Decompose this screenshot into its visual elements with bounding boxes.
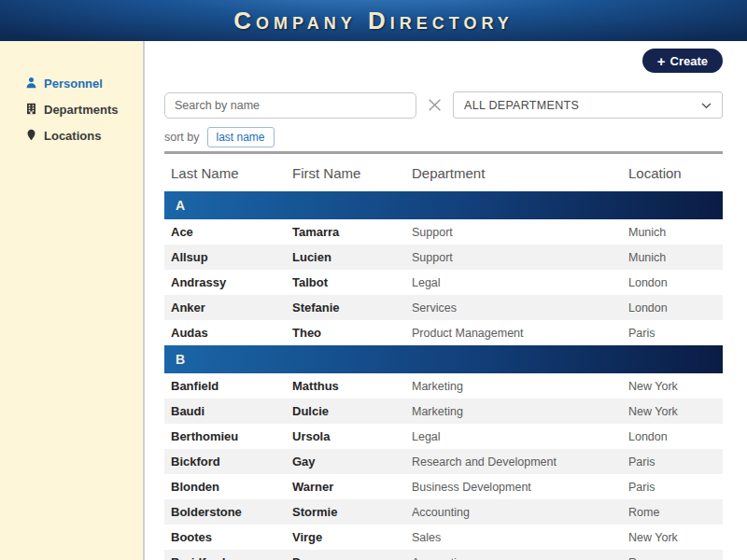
cell-first: Theo — [292, 326, 412, 340]
cell-location: London — [628, 276, 723, 289]
main-content: + Create ALL DEPARTMENTS — [145, 41, 747, 560]
page-title: Company Directory — [233, 7, 513, 35]
sort-by-label: sort by — [164, 131, 200, 144]
cell-department: Accounting — [412, 556, 628, 560]
cell-location: London — [628, 430, 723, 443]
cell-last: Berthomieu — [171, 429, 292, 443]
cell-first: Virge — [292, 530, 412, 544]
plus-icon: + — [657, 54, 666, 68]
cell-location: Munich — [628, 251, 723, 264]
cell-first: Gay — [292, 455, 412, 469]
cell-last: Allsup — [171, 250, 292, 264]
building-icon — [25, 103, 37, 117]
table-row[interactable]: BickfordGayResearch and DevelopmentParis — [164, 449, 723, 474]
cell-location: London — [628, 301, 723, 315]
cell-department: Services — [412, 301, 628, 315]
table-row[interactable]: AudasTheoProduct ManagementParis — [164, 320, 723, 345]
sidebar-item-label: Departments — [44, 104, 118, 116]
table-header-row: Last Name First Name Department Location — [164, 154, 723, 191]
sidebar-item-personnel[interactable]: Personnel — [25, 77, 143, 91]
table-row[interactable]: BootesVirgeSalesNew York — [164, 525, 723, 550]
column-header-first-name[interactable]: First Name — [292, 165, 412, 181]
table-row[interactable]: BerthomieuUrsolaLegalLondon — [164, 424, 723, 449]
column-header-last-name[interactable]: Last Name — [171, 165, 292, 181]
app-header: Company Directory — [0, 0, 747, 41]
chevron-down-icon — [701, 99, 712, 112]
table-row[interactable]: BaudiDulcieMarketingNew York — [164, 399, 723, 424]
cell-last: Andrassy — [171, 275, 292, 289]
clear-search-icon[interactable] — [427, 97, 443, 113]
cell-department: Product Management — [412, 327, 628, 340]
cell-first: Warner — [292, 480, 412, 494]
table-row[interactable]: AnkerStefanieServicesLondon — [164, 295, 723, 320]
cell-first: Stefanie — [292, 301, 412, 315]
cell-department: Business Development — [412, 481, 628, 494]
cell-last: Audas — [171, 326, 292, 340]
cell-first: Tamarra — [292, 225, 412, 239]
department-select[interactable]: ALL DEPARTMENTS — [453, 91, 723, 119]
cell-first: Lucien — [292, 250, 412, 264]
table-row[interactable]: BolderstoneStormieAccountingRome — [164, 499, 723, 525]
cell-location: New York — [628, 531, 723, 544]
cell-last: Ace — [171, 225, 292, 239]
cell-location: New York — [628, 380, 723, 393]
cell-first: Ursola — [292, 429, 412, 443]
person-icon — [25, 77, 37, 91]
sidebar-item-label: Personnel — [44, 77, 103, 90]
table-body: AAceTamarraSupportMunichAllsupLucienSupp… — [164, 191, 723, 560]
table-row[interactable]: AllsupLucienSupportMunich — [164, 245, 723, 270]
table-row[interactable]: BlondenWarnerBusiness DevelopmentParis — [164, 474, 723, 499]
cell-last: Blonden — [171, 480, 292, 494]
cell-last: Bolderstone — [171, 505, 292, 519]
cell-department: Legal — [412, 430, 628, 443]
cell-department: Support — [412, 251, 628, 264]
search-input[interactable] — [164, 92, 416, 119]
location-pin-icon — [25, 129, 37, 143]
cell-location: Paris — [628, 455, 723, 469]
table-row[interactable]: AceTamarraSupportMunich — [164, 219, 723, 245]
cell-first: Stormie — [292, 505, 412, 519]
column-header-location[interactable]: Location — [628, 165, 723, 181]
table-row[interactable]: AndrassyTalbotLegalLondon — [164, 270, 723, 295]
create-button[interactable]: + Create — [642, 49, 723, 73]
create-button-label: Create — [670, 54, 708, 68]
table-row[interactable]: BanfieldMatthusMarketingNew York — [164, 373, 723, 399]
cell-first: Talbot — [292, 275, 412, 289]
cell-department: Marketing — [412, 380, 628, 393]
cell-location: New York — [628, 405, 723, 418]
cell-department: Accounting — [412, 506, 628, 519]
cell-department: Sales — [412, 531, 628, 544]
cell-last: Bootes — [171, 530, 292, 544]
cell-first: Matthus — [292, 379, 412, 393]
sidebar: Personnel Departments — [0, 41, 145, 560]
cell-first: Dulcie — [292, 404, 412, 418]
sidebar-item-locations[interactable]: Locations — [25, 129, 143, 143]
section-header: B — [164, 345, 723, 373]
sort-chip[interactable]: last name — [207, 127, 275, 147]
cell-first: Dora — [292, 555, 412, 560]
sidebar-item-label: Locations — [44, 130, 101, 142]
department-select-value: ALL DEPARTMENTS — [464, 99, 579, 112]
cell-last: Banfield — [171, 379, 292, 393]
cell-location: Paris — [628, 481, 723, 494]
cell-last: Baudi — [171, 404, 292, 418]
cell-department: Support — [412, 226, 628, 239]
cell-location: Paris — [628, 327, 723, 340]
sidebar-item-departments[interactable]: Departments — [25, 103, 143, 117]
cell-location: Rome — [628, 556, 723, 560]
cell-location: Munich — [628, 226, 723, 239]
column-header-department[interactable]: Department — [412, 165, 628, 181]
cell-last: Bickford — [171, 455, 292, 469]
cell-last: Anker — [171, 301, 292, 315]
cell-department: Legal — [412, 276, 628, 289]
section-header: A — [164, 191, 723, 219]
cell-department: Marketing — [412, 405, 628, 418]
table-row[interactable]: BraidfordDoraAccountingRome — [164, 550, 723, 560]
cell-last: Braidford — [171, 555, 292, 560]
cell-location: Rome — [628, 506, 723, 519]
cell-department: Research and Development — [412, 455, 628, 469]
